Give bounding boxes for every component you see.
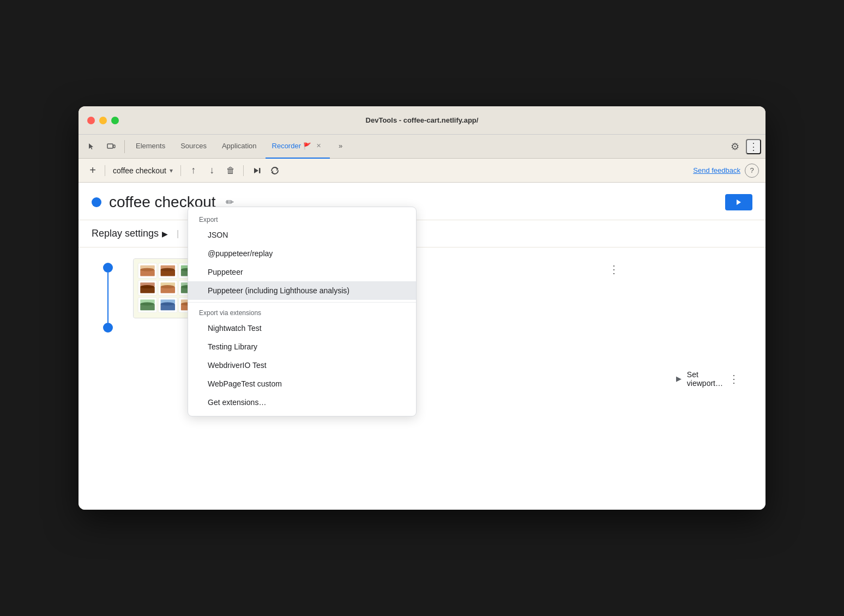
tab-bar: Elements Sources Application Recorder 🚩 … bbox=[79, 135, 765, 159]
recorder-flag: 🚩 bbox=[303, 142, 311, 150]
tab-bar-right: ⚙ ⋮ bbox=[726, 138, 761, 155]
export-nightwatch-item[interactable]: Nightwatch Test bbox=[188, 319, 416, 337]
window-title: DevTools - coffee-cart.netlify.app/ bbox=[366, 116, 479, 124]
steps-area: Current page ⋮ ▶ Set viewport… ⋮ bbox=[79, 247, 765, 510]
svg-point-7 bbox=[140, 268, 154, 271]
export-webpagetest-item[interactable]: WebPageTest custom bbox=[188, 375, 416, 393]
toolbar-divider-3 bbox=[243, 165, 244, 176]
minimize-button[interactable] bbox=[99, 117, 107, 124]
export-puppeteer-item[interactable]: Puppeteer bbox=[188, 263, 416, 281]
export-webdriverio-item[interactable]: WebdriverIO Test bbox=[188, 356, 416, 375]
settings-icon-btn[interactable]: ⚙ bbox=[726, 138, 744, 155]
replay-settings-bar: Replay settings ▶ | No throttling | Time… bbox=[79, 220, 765, 247]
chevron-down-icon: ▾ bbox=[170, 167, 173, 174]
tab-application[interactable]: Application bbox=[215, 135, 263, 159]
export-puppeteer-lighthouse-item[interactable]: Puppeteer (including Lighthouse analysis… bbox=[188, 281, 416, 300]
replay-loop-btn[interactable] bbox=[267, 162, 283, 179]
menu-divider bbox=[188, 302, 416, 303]
settings-divider: | bbox=[177, 229, 179, 239]
recording-name: coffee checkout bbox=[113, 166, 166, 175]
replay-settings-label[interactable]: Replay settings ▶ bbox=[92, 228, 168, 239]
tab-divider-1 bbox=[124, 140, 125, 153]
export-via-extensions-label: Export via extensions bbox=[188, 305, 416, 319]
send-feedback-link[interactable]: Send feedback bbox=[693, 166, 740, 174]
step-node-bottom bbox=[103, 323, 113, 333]
device-icon-btn[interactable] bbox=[103, 138, 120, 155]
viewport-label: Set viewport… bbox=[687, 370, 723, 388]
replay-settings-arrow: ▶ bbox=[162, 230, 168, 238]
recording-status-dot bbox=[92, 197, 101, 207]
step-play-btn[interactable] bbox=[248, 162, 264, 179]
toolbar-divider-1 bbox=[105, 165, 105, 176]
export-puppeteer-replay-item[interactable]: @puppeteer/replay bbox=[188, 244, 416, 263]
step-node-top bbox=[103, 263, 113, 273]
help-icon-btn[interactable]: ? bbox=[745, 164, 759, 178]
svg-rect-0 bbox=[107, 144, 113, 148]
add-recording-btn[interactable]: + bbox=[85, 163, 100, 178]
recording-header: coffee checkout ✏ bbox=[79, 183, 765, 220]
tab-more[interactable]: » bbox=[332, 135, 349, 159]
export-section-label: Export bbox=[188, 212, 416, 226]
delete-btn[interactable]: 🗑 bbox=[222, 162, 239, 179]
toolbar-right: Send feedback ? bbox=[693, 164, 759, 178]
svg-point-39 bbox=[140, 303, 154, 306]
tab-sources[interactable]: Sources bbox=[174, 135, 213, 159]
download-btn[interactable]: ↓ bbox=[204, 162, 220, 179]
svg-point-27 bbox=[161, 285, 175, 288]
step-more-icon[interactable]: ⋮ bbox=[608, 263, 619, 276]
svg-rect-2 bbox=[259, 168, 261, 173]
close-button[interactable] bbox=[87, 117, 95, 124]
svg-point-11 bbox=[161, 268, 175, 271]
viewport-row: ▶ Set viewport… ⋮ bbox=[632, 258, 765, 499]
maximize-button[interactable] bbox=[111, 117, 119, 124]
main-content: coffee checkout ✏ Replay settings ▶ | No… bbox=[79, 183, 765, 510]
more-options-btn[interactable]: ⋮ bbox=[746, 139, 761, 154]
title-bar: DevTools - coffee-cart.netlify.app/ bbox=[79, 106, 765, 135]
tab-bar-left: Elements Sources Application Recorder 🚩 … bbox=[83, 135, 349, 159]
export-testing-library-item[interactable]: Testing Library bbox=[188, 337, 416, 356]
recording-selector[interactable]: coffee checkout ▾ bbox=[110, 164, 176, 177]
svg-point-23 bbox=[140, 285, 154, 288]
replay-recording-btn[interactable] bbox=[725, 194, 752, 210]
viewport-arrow-icon[interactable]: ▶ bbox=[676, 375, 682, 383]
svg-rect-1 bbox=[113, 145, 115, 148]
get-extensions-item[interactable]: Get extensions… bbox=[188, 393, 416, 412]
export-json-item[interactable]: JSON bbox=[188, 226, 416, 244]
svg-point-43 bbox=[161, 303, 175, 306]
recorder-close-icon[interactable]: ✕ bbox=[315, 142, 323, 150]
tab-recorder[interactable]: Recorder 🚩 ✕ bbox=[266, 135, 330, 159]
tab-elements[interactable]: Elements bbox=[129, 135, 172, 159]
devtools-window: DevTools - coffee-cart.netlify.app/ Elem… bbox=[79, 106, 765, 510]
toolbar-divider-2 bbox=[180, 165, 181, 176]
traffic-lights bbox=[87, 117, 119, 124]
viewport-more-icon[interactable]: ⋮ bbox=[728, 372, 752, 385]
cursor-icon-btn[interactable] bbox=[83, 138, 100, 155]
export-dropdown-menu: Export JSON @puppeteer/replay Puppeteer … bbox=[188, 207, 417, 416]
upload-btn[interactable]: ↑ bbox=[185, 162, 202, 179]
step-timeline-line bbox=[107, 273, 108, 327]
toolbar: + coffee checkout ▾ ↑ ↓ 🗑 Send feedba bbox=[79, 159, 765, 183]
